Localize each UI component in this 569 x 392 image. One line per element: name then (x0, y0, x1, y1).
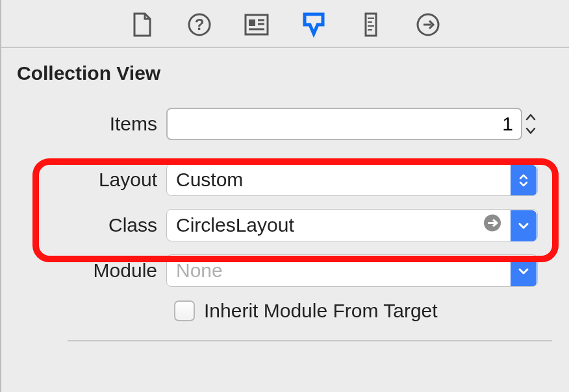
help-inspector-icon[interactable]: ? (186, 12, 212, 38)
identity-inspector-icon[interactable] (244, 12, 270, 38)
items-row: Items (1, 101, 569, 147)
module-input[interactable]: None (166, 254, 538, 287)
inspector-panel: ? (0, 0, 569, 392)
items-stepper (524, 108, 538, 140)
layout-field-wrap: Custom (166, 164, 538, 196)
attributes-inspector-icon[interactable] (301, 12, 327, 38)
layout-popup[interactable]: Custom (166, 164, 538, 196)
class-label: Class (1, 214, 166, 236)
svg-rect-3 (249, 19, 255, 26)
items-stepper-down[interactable] (524, 124, 537, 138)
inherit-label: Inherit Module From Target (204, 300, 438, 322)
class-field-wrap: CirclesLayout (166, 209, 538, 241)
layout-row: Layout Custom (1, 157, 569, 202)
connections-inspector-icon[interactable] (415, 12, 441, 38)
items-label: Items (1, 113, 166, 135)
size-inspector-icon[interactable] (358, 12, 384, 38)
layout-label: Layout (1, 169, 166, 191)
section-title: Collection View (1, 48, 569, 90)
module-placeholder: None (176, 260, 223, 282)
inherit-checkbox[interactable] (174, 300, 195, 321)
class-row: Class CirclesLayout (1, 202, 569, 248)
class-dropdown-button[interactable] (511, 210, 537, 241)
inspector-toolbar: ? (1, 0, 569, 48)
module-dropdown-button[interactable] (511, 256, 537, 287)
module-row: Module None (1, 248, 569, 293)
svg-text:?: ? (195, 16, 205, 33)
items-field-wrap (166, 108, 538, 140)
items-stepper-up[interactable] (524, 110, 537, 124)
items-input[interactable] (166, 108, 522, 140)
module-field-wrap: None (166, 254, 538, 287)
divider (68, 340, 552, 341)
module-label: Module (1, 260, 166, 282)
svg-rect-7 (366, 14, 376, 36)
layout-value: Custom (176, 169, 243, 191)
file-inspector-icon[interactable] (129, 12, 155, 38)
class-jump-arrow-icon[interactable] (483, 214, 502, 238)
class-value: CirclesLayout (176, 214, 294, 236)
inherit-row: Inherit Module From Target (174, 293, 569, 328)
layout-popup-caret-icon (511, 165, 537, 196)
form-rows: Items Layout Custom (1, 90, 569, 341)
class-input[interactable]: CirclesLayout (166, 209, 538, 241)
